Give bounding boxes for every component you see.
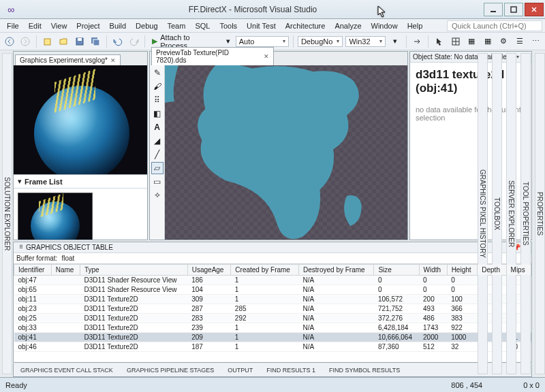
table-row[interactable]: obj:33D3D11 Texture2D2391N/A6,428,184174… <box>14 323 531 333</box>
frame-thumbnail[interactable] <box>18 193 93 240</box>
layers-tool-icon[interactable]: ☰ <box>513 35 527 48</box>
object-table-grid[interactable]: IdentifierNameTypeUsageAgeCreated by Fra… <box>14 264 531 362</box>
table-row[interactable]: obj:23D3D11 Texture2D287285N/A721,752493… <box>14 304 531 314</box>
menu-project[interactable]: Project <box>72 20 104 31</box>
table-row[interactable]: obj:41D3D11 Texture2D2091N/A10,666,06420… <box>14 333 531 342</box>
toggle-tool-icon[interactable]: ▦ <box>465 35 478 48</box>
config-tool-icon[interactable]: ⋯ <box>529 35 542 48</box>
col-height[interactable]: Height <box>447 265 478 276</box>
menu-window[interactable]: Window <box>367 20 402 31</box>
expand-icon[interactable]: ⠿ <box>19 244 23 250</box>
pencil-tool-icon[interactable]: ✎ <box>151 67 164 79</box>
settings-tool-icon[interactable]: ⚙ <box>497 35 510 48</box>
menu-unit-test[interactable]: Unit Test <box>243 20 280 31</box>
solution-config-combo[interactable]: Auto▾ <box>236 36 289 47</box>
mouse-cursor <box>377 5 387 18</box>
svg-rect-8 <box>93 39 99 46</box>
graphics-experiment-panel: Graphics Experiment.vsglog* ✕ ▾ Frame Li… <box>13 51 148 240</box>
tab-tool-properties[interactable]: TOOL PROPERTIES <box>520 53 531 374</box>
tab-server-explorer[interactable]: SERVER EXPLORER <box>506 53 516 374</box>
tab-properties[interactable]: PROPERTIES <box>535 53 545 374</box>
col-type[interactable]: Type <box>80 265 188 276</box>
table-row[interactable]: obj:25D3D11 Texture2D283292N/A372,276486… <box>14 314 531 323</box>
spray-tool-icon[interactable]: ⠿ <box>151 94 164 106</box>
tab-solution-explorer[interactable]: SOLUTION EXPLORER <box>2 53 12 374</box>
tab-preview-texture[interactable]: PreviewTab Texture(PID 7820).dds ✕ <box>151 47 274 65</box>
menu-sql[interactable]: SQL <box>191 20 214 31</box>
col-identifier[interactable]: Identifier <box>14 265 52 276</box>
tab-output[interactable]: OUTPUT <box>221 365 260 376</box>
close-icon[interactable]: ✕ <box>110 57 116 64</box>
toggle2-tool-icon[interactable]: ▦ <box>481 35 495 48</box>
col-name[interactable]: Name <box>51 265 80 276</box>
step-button[interactable] <box>411 35 424 48</box>
svg-point-2 <box>5 37 14 46</box>
nav-fwd-button[interactable] <box>19 35 33 48</box>
eraser-tool-icon[interactable]: ◧ <box>151 108 164 120</box>
open-button[interactable] <box>57 35 71 48</box>
brush-tool-icon[interactable]: 🖌 <box>151 80 164 93</box>
table-row[interactable]: obj:47D3D11 Shader Resource View1861N/A0… <box>14 276 531 285</box>
menu-build[interactable]: Build <box>106 20 130 31</box>
tab-find-symbol-results[interactable]: FIND SYMBOL RESULTS <box>322 365 407 376</box>
frame-list-header[interactable]: ▾ Frame List <box>14 175 147 189</box>
save-all-button[interactable] <box>89 35 103 48</box>
got-title: GRAPHICS OBJECT TABLE <box>26 244 113 251</box>
tab-toolbox[interactable]: TOOLBOX <box>492 53 502 374</box>
quick-launch-input[interactable] <box>447 20 542 31</box>
menu-view[interactable]: View <box>47 20 72 31</box>
bottom-tool-window-tabs: GRAPHICS EVENT CALL STACK GRAPHICS PIPEL… <box>13 363 532 377</box>
grid-tool-icon[interactable] <box>449 35 463 48</box>
col-width[interactable]: Width <box>419 265 447 276</box>
menu-edit[interactable]: Edit <box>25 20 46 31</box>
frame-capture-image[interactable] <box>14 65 147 174</box>
pointer-tool-icon[interactable] <box>433 35 446 48</box>
menu-tools[interactable]: Tools <box>215 20 241 31</box>
wand-tool-icon[interactable]: ✧ <box>151 189 164 201</box>
col-destroyed-by-frame[interactable]: Destroyed by Frame <box>299 265 374 276</box>
table-row[interactable]: obj:46D3D11 Texture2D1871N/A87,360512320… <box>14 342 531 352</box>
text-tool-icon[interactable]: A <box>151 121 164 133</box>
menu-file[interactable]: File <box>3 20 23 31</box>
eyedropper-tool-icon[interactable]: ╱ <box>151 148 164 161</box>
dropdown-icon[interactable]: ▾ <box>516 54 519 60</box>
debug-target-dropdown[interactable]: ▾ <box>388 35 402 48</box>
tab-find-results-1[interactable]: FIND RESULTS 1 <box>260 365 322 376</box>
save-button[interactable] <box>73 35 87 48</box>
texture-preview-canvas[interactable] <box>165 65 407 240</box>
tab-call-stack[interactable]: GRAPHICS EVENT CALL STACK <box>14 365 120 376</box>
select-tool-icon[interactable]: ▭ <box>151 176 164 188</box>
menu-analyze[interactable]: Analyze <box>330 20 365 31</box>
col-depth[interactable]: Depth <box>478 265 506 276</box>
crop-tool-icon[interactable]: ▱ <box>151 162 164 174</box>
table-row[interactable]: obj:11D3D11 Texture2D3091N/A106,57220010… <box>14 295 531 304</box>
minimize-button[interactable] <box>484 3 503 16</box>
menu-help[interactable]: Help <box>403 20 427 31</box>
preview-texture-panel: PreviewTab Texture(PID 7820).dds ✕ ✎ 🖌 ⠿… <box>149 51 408 240</box>
tab-pipeline-stages[interactable]: GRAPHICS PIPELINE STAGES <box>120 365 221 376</box>
svg-rect-0 <box>490 11 496 12</box>
col-usageage[interactable]: UsageAge <box>187 265 231 276</box>
menu-debug[interactable]: Debug <box>131 20 161 31</box>
nav-back-button[interactable] <box>3 35 16 48</box>
close-icon[interactable]: ✕ <box>264 53 269 60</box>
col-created-by-frame[interactable]: Created by Frame <box>231 265 299 276</box>
col-size[interactable]: Size <box>374 265 419 276</box>
col-mips[interactable]: Mips <box>506 265 531 276</box>
tab-graphics-pixel-history[interactable]: GRAPHICS PIXEL HISTORY <box>478 53 488 374</box>
fill-tool-icon[interactable]: ◢ <box>151 135 164 147</box>
maximize-button[interactable] <box>504 3 523 16</box>
table-row[interactable]: obj:65D3D11 Shader Resource View1041N/A0… <box>14 285 531 295</box>
tab-graphics-experiment[interactable]: Graphics Experiment.vsglog* ✕ <box>15 54 121 65</box>
undo-button[interactable] <box>111 35 125 48</box>
platform-combo[interactable]: Win32▾ <box>345 36 386 47</box>
close-button[interactable] <box>525 3 544 16</box>
redo-button[interactable] <box>127 35 141 48</box>
window-title: FF.DirectX - Microsoft Visual Studio <box>22 5 484 14</box>
menu-architecture[interactable]: Architecture <box>281 20 330 31</box>
right-sidebar-tabs: PROPERTIES TOOL PROPERTIES SERVER EXPLOR… <box>533 50 545 377</box>
menu-team[interactable]: Team <box>164 20 190 31</box>
new-project-button[interactable] <box>41 35 54 48</box>
debug-config-combo[interactable]: DebugNo▾ <box>298 36 343 47</box>
buffer-format-value[interactable]: float <box>61 255 74 262</box>
